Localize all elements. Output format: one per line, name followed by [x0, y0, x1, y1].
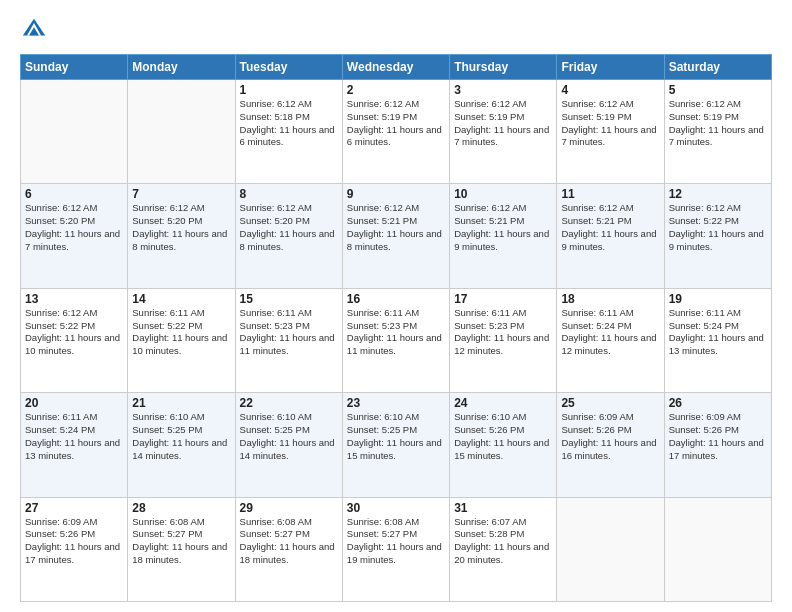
day-info: Sunrise: 6:12 AM Sunset: 5:19 PM Dayligh…	[454, 98, 552, 149]
calendar-cell: 2Sunrise: 6:12 AM Sunset: 5:19 PM Daylig…	[342, 80, 449, 184]
calendar-cell: 25Sunrise: 6:09 AM Sunset: 5:26 PM Dayli…	[557, 393, 664, 497]
day-info: Sunrise: 6:09 AM Sunset: 5:26 PM Dayligh…	[25, 516, 123, 567]
day-number: 11	[561, 187, 659, 201]
calendar-cell: 23Sunrise: 6:10 AM Sunset: 5:25 PM Dayli…	[342, 393, 449, 497]
day-number: 4	[561, 83, 659, 97]
day-number: 31	[454, 501, 552, 515]
calendar-cell: 21Sunrise: 6:10 AM Sunset: 5:25 PM Dayli…	[128, 393, 235, 497]
day-number: 29	[240, 501, 338, 515]
day-number: 8	[240, 187, 338, 201]
day-number: 12	[669, 187, 767, 201]
calendar-cell: 31Sunrise: 6:07 AM Sunset: 5:28 PM Dayli…	[450, 497, 557, 601]
day-info: Sunrise: 6:10 AM Sunset: 5:25 PM Dayligh…	[347, 411, 445, 462]
day-number: 2	[347, 83, 445, 97]
day-number: 9	[347, 187, 445, 201]
day-info: Sunrise: 6:12 AM Sunset: 5:18 PM Dayligh…	[240, 98, 338, 149]
day-number: 28	[132, 501, 230, 515]
calendar-cell	[557, 497, 664, 601]
day-info: Sunrise: 6:12 AM Sunset: 5:22 PM Dayligh…	[25, 307, 123, 358]
calendar-cell: 12Sunrise: 6:12 AM Sunset: 5:22 PM Dayli…	[664, 184, 771, 288]
day-info: Sunrise: 6:11 AM Sunset: 5:23 PM Dayligh…	[347, 307, 445, 358]
calendar-cell: 8Sunrise: 6:12 AM Sunset: 5:20 PM Daylig…	[235, 184, 342, 288]
day-number: 20	[25, 396, 123, 410]
day-number: 26	[669, 396, 767, 410]
day-number: 16	[347, 292, 445, 306]
calendar-week-row: 27Sunrise: 6:09 AM Sunset: 5:26 PM Dayli…	[21, 497, 772, 601]
day-number: 22	[240, 396, 338, 410]
calendar-cell: 19Sunrise: 6:11 AM Sunset: 5:24 PM Dayli…	[664, 288, 771, 392]
calendar-cell: 18Sunrise: 6:11 AM Sunset: 5:24 PM Dayli…	[557, 288, 664, 392]
day-number: 15	[240, 292, 338, 306]
day-info: Sunrise: 6:11 AM Sunset: 5:23 PM Dayligh…	[240, 307, 338, 358]
calendar-day-header: Sunday	[21, 55, 128, 80]
logo-icon	[20, 16, 48, 44]
calendar-week-row: 1Sunrise: 6:12 AM Sunset: 5:18 PM Daylig…	[21, 80, 772, 184]
calendar-cell: 7Sunrise: 6:12 AM Sunset: 5:20 PM Daylig…	[128, 184, 235, 288]
day-info: Sunrise: 6:10 AM Sunset: 5:25 PM Dayligh…	[132, 411, 230, 462]
day-info: Sunrise: 6:11 AM Sunset: 5:22 PM Dayligh…	[132, 307, 230, 358]
calendar-cell: 1Sunrise: 6:12 AM Sunset: 5:18 PM Daylig…	[235, 80, 342, 184]
day-number: 7	[132, 187, 230, 201]
day-number: 19	[669, 292, 767, 306]
day-info: Sunrise: 6:11 AM Sunset: 5:24 PM Dayligh…	[669, 307, 767, 358]
calendar-cell: 29Sunrise: 6:08 AM Sunset: 5:27 PM Dayli…	[235, 497, 342, 601]
calendar-cell	[21, 80, 128, 184]
calendar-cell: 13Sunrise: 6:12 AM Sunset: 5:22 PM Dayli…	[21, 288, 128, 392]
day-info: Sunrise: 6:12 AM Sunset: 5:19 PM Dayligh…	[347, 98, 445, 149]
calendar-cell: 6Sunrise: 6:12 AM Sunset: 5:20 PM Daylig…	[21, 184, 128, 288]
calendar-week-row: 13Sunrise: 6:12 AM Sunset: 5:22 PM Dayli…	[21, 288, 772, 392]
day-number: 14	[132, 292, 230, 306]
calendar-cell	[664, 497, 771, 601]
calendar-cell: 27Sunrise: 6:09 AM Sunset: 5:26 PM Dayli…	[21, 497, 128, 601]
day-info: Sunrise: 6:11 AM Sunset: 5:24 PM Dayligh…	[25, 411, 123, 462]
day-number: 5	[669, 83, 767, 97]
calendar-cell: 16Sunrise: 6:11 AM Sunset: 5:23 PM Dayli…	[342, 288, 449, 392]
day-number: 25	[561, 396, 659, 410]
day-number: 1	[240, 83, 338, 97]
logo	[20, 16, 52, 44]
calendar-cell: 28Sunrise: 6:08 AM Sunset: 5:27 PM Dayli…	[128, 497, 235, 601]
calendar-week-row: 6Sunrise: 6:12 AM Sunset: 5:20 PM Daylig…	[21, 184, 772, 288]
calendar-cell: 15Sunrise: 6:11 AM Sunset: 5:23 PM Dayli…	[235, 288, 342, 392]
calendar-day-header: Friday	[557, 55, 664, 80]
day-info: Sunrise: 6:09 AM Sunset: 5:26 PM Dayligh…	[669, 411, 767, 462]
day-info: Sunrise: 6:08 AM Sunset: 5:27 PM Dayligh…	[240, 516, 338, 567]
header	[20, 16, 772, 44]
day-number: 27	[25, 501, 123, 515]
day-number: 18	[561, 292, 659, 306]
calendar-week-row: 20Sunrise: 6:11 AM Sunset: 5:24 PM Dayli…	[21, 393, 772, 497]
day-number: 3	[454, 83, 552, 97]
day-info: Sunrise: 6:08 AM Sunset: 5:27 PM Dayligh…	[347, 516, 445, 567]
day-info: Sunrise: 6:12 AM Sunset: 5:19 PM Dayligh…	[669, 98, 767, 149]
day-info: Sunrise: 6:12 AM Sunset: 5:20 PM Dayligh…	[132, 202, 230, 253]
calendar-cell: 11Sunrise: 6:12 AM Sunset: 5:21 PM Dayli…	[557, 184, 664, 288]
day-info: Sunrise: 6:11 AM Sunset: 5:23 PM Dayligh…	[454, 307, 552, 358]
calendar-day-header: Tuesday	[235, 55, 342, 80]
day-info: Sunrise: 6:08 AM Sunset: 5:27 PM Dayligh…	[132, 516, 230, 567]
day-info: Sunrise: 6:11 AM Sunset: 5:24 PM Dayligh…	[561, 307, 659, 358]
day-info: Sunrise: 6:12 AM Sunset: 5:20 PM Dayligh…	[25, 202, 123, 253]
calendar-day-header: Thursday	[450, 55, 557, 80]
calendar-cell: 20Sunrise: 6:11 AM Sunset: 5:24 PM Dayli…	[21, 393, 128, 497]
calendar-cell: 3Sunrise: 6:12 AM Sunset: 5:19 PM Daylig…	[450, 80, 557, 184]
day-number: 17	[454, 292, 552, 306]
day-number: 24	[454, 396, 552, 410]
day-number: 6	[25, 187, 123, 201]
calendar-cell: 26Sunrise: 6:09 AM Sunset: 5:26 PM Dayli…	[664, 393, 771, 497]
calendar-cell: 30Sunrise: 6:08 AM Sunset: 5:27 PM Dayli…	[342, 497, 449, 601]
calendar-table: SundayMondayTuesdayWednesdayThursdayFrid…	[20, 54, 772, 602]
day-info: Sunrise: 6:12 AM Sunset: 5:19 PM Dayligh…	[561, 98, 659, 149]
day-number: 23	[347, 396, 445, 410]
calendar-cell: 4Sunrise: 6:12 AM Sunset: 5:19 PM Daylig…	[557, 80, 664, 184]
day-info: Sunrise: 6:12 AM Sunset: 5:20 PM Dayligh…	[240, 202, 338, 253]
calendar-cell: 24Sunrise: 6:10 AM Sunset: 5:26 PM Dayli…	[450, 393, 557, 497]
calendar-cell: 14Sunrise: 6:11 AM Sunset: 5:22 PM Dayli…	[128, 288, 235, 392]
calendar-cell: 5Sunrise: 6:12 AM Sunset: 5:19 PM Daylig…	[664, 80, 771, 184]
calendar-cell: 10Sunrise: 6:12 AM Sunset: 5:21 PM Dayli…	[450, 184, 557, 288]
day-info: Sunrise: 6:10 AM Sunset: 5:26 PM Dayligh…	[454, 411, 552, 462]
day-info: Sunrise: 6:12 AM Sunset: 5:21 PM Dayligh…	[454, 202, 552, 253]
day-info: Sunrise: 6:07 AM Sunset: 5:28 PM Dayligh…	[454, 516, 552, 567]
calendar-day-header: Saturday	[664, 55, 771, 80]
day-number: 13	[25, 292, 123, 306]
calendar-day-header: Monday	[128, 55, 235, 80]
